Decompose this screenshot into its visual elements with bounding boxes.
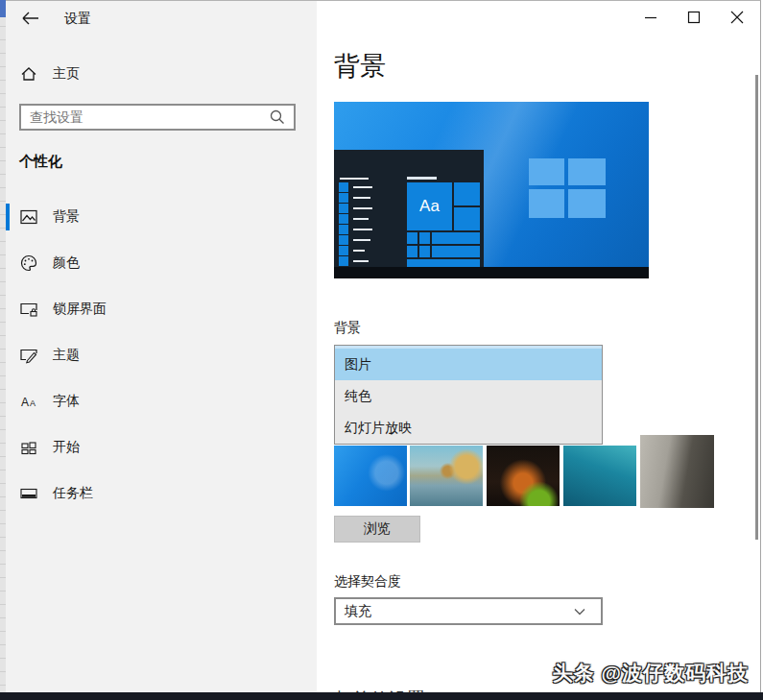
sidebar-item-label: 锁屏界面 [53, 301, 107, 318]
palette-icon [19, 253, 38, 273]
sidebar-item-colors[interactable]: 颜色 [6, 244, 317, 282]
maximize-button[interactable] [672, 1, 715, 34]
sidebar-item-label: 主题 [53, 347, 80, 364]
screenshot-stage: 设置 主页 [0, 0, 763, 700]
sidebar-item-taskbar[interactable]: 任务栏 [6, 474, 317, 513]
sidebar-item-themes[interactable]: 主题 [6, 336, 317, 374]
fit-select-value: 填充 [336, 603, 572, 620]
browse-button[interactable]: 浏览 [334, 516, 420, 543]
fonts-icon: AA [19, 392, 38, 411]
sidebar-item-lockscreen[interactable]: 锁屏界面 [6, 290, 317, 328]
fit-field-label: 选择契合度 [334, 573, 401, 591]
search-input[interactable] [21, 109, 269, 125]
window-title: 设置 [64, 11, 91, 28]
sidebar-item-label: 背景 [53, 208, 80, 226]
theme-icon [19, 346, 38, 365]
page-title: 背景 [334, 49, 386, 84]
thumbnail-windows-default[interactable] [334, 446, 407, 506]
close-button[interactable] [715, 1, 758, 34]
image-icon [19, 207, 38, 227]
svg-text:A: A [30, 398, 36, 408]
tiles-header-dash [407, 177, 437, 180]
start-menu-mock: Aa [334, 150, 484, 267]
sidebar-item-label: 任务栏 [53, 485, 93, 502]
background-field-label: 背景 [334, 320, 361, 337]
minimize-button[interactable] [629, 1, 672, 34]
vertical-scrollbar-thumb[interactable] [755, 75, 758, 540]
background-type-dropdown: 图片 纯色 幻灯片放映 [334, 345, 603, 445]
svg-text:A: A [21, 396, 29, 409]
taskbar-mock [334, 267, 649, 278]
sidebar-item-label: 主页 [53, 65, 80, 83]
sidebar-item-home[interactable]: 主页 [6, 55, 317, 93]
start-icon [19, 438, 38, 457]
thumbnail-underwater[interactable] [563, 446, 636, 506]
dropdown-option-picture[interactable]: 图片 [335, 349, 602, 380]
back-icon [19, 9, 42, 28]
watermark-text: 头条 @波仔数码科技 [553, 660, 749, 687]
sidebar-item-background[interactable]: 背景 [6, 198, 317, 236]
dropdown-option-slideshow[interactable]: 幻灯片放映 [335, 412, 602, 444]
search-box[interactable] [19, 104, 296, 131]
sidebar-section-header: 个性化 [19, 153, 62, 171]
maximize-icon [687, 11, 701, 24]
thumbnail-rock-cliff[interactable] [640, 435, 714, 508]
windows-logo [529, 158, 606, 218]
fit-select[interactable]: 填充 [334, 597, 603, 625]
lockscreen-icon [19, 300, 38, 319]
minimize-icon [644, 11, 657, 24]
sidebar-item-label: 颜色 [53, 254, 80, 272]
wallpaper-preview: Aa [334, 102, 649, 278]
sidebar-item-label: 开始 [53, 439, 80, 456]
thumbnail-beach-rocks[interactable] [410, 446, 483, 506]
taskbar-icon [19, 484, 38, 503]
sidebar-item-start[interactable]: 开始 [6, 428, 317, 467]
thumbnail-night-tent[interactable] [487, 446, 560, 506]
dropdown-option-solid-color[interactable]: 纯色 [335, 380, 602, 412]
home-icon [19, 64, 38, 84]
search-icon[interactable] [269, 109, 286, 126]
chevron-down-icon [572, 604, 587, 619]
aa-tile: Aa [407, 182, 452, 230]
back-button[interactable] [19, 9, 42, 28]
sidebar-item-fonts[interactable]: AA 字体 [6, 382, 317, 421]
settings-window: 设置 主页 [6, 0, 761, 692]
close-icon [730, 11, 744, 24]
menu-header-dash [340, 178, 369, 180]
bottom-taskbar-strip [0, 692, 763, 700]
sidebar-item-label: 字体 [53, 393, 80, 410]
